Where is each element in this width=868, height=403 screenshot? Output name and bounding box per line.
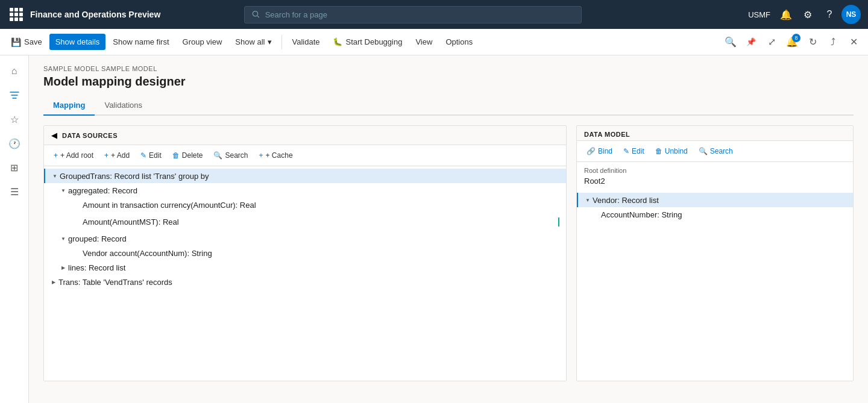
show-all-button[interactable]: Show all ▾ bbox=[229, 34, 278, 50]
trans-label: Trans: Table 'VendTrans' records bbox=[58, 278, 172, 287]
edit-button[interactable]: ✎ Edit bbox=[136, 149, 166, 162]
filter-icon bbox=[10, 90, 19, 100]
app-layout: ⌂ ☆ 🕐 ⊞ ☰ SAMPLE MODEL SAMPLE MODEL Mode… bbox=[0, 55, 868, 403]
trans-expand[interactable] bbox=[49, 277, 58, 287]
vendor-expand[interactable] bbox=[583, 195, 593, 205]
ds-collapse-icon[interactable]: ◀ bbox=[51, 131, 57, 140]
close-button[interactable]: ✕ bbox=[844, 33, 863, 52]
dm-search-button[interactable]: 🔍 Search bbox=[694, 145, 738, 158]
start-debugging-button[interactable]: 🐛 Start Debugging bbox=[327, 34, 408, 50]
grouped-expand[interactable] bbox=[58, 234, 68, 243]
dm-toolbar: 🔗 Bind ✎ Edit 🗑 Unbind 🔍 Search bbox=[577, 141, 853, 162]
sidebar: ⌂ ☆ 🕐 ⊞ ☰ bbox=[0, 55, 29, 403]
show-all-chevron: ▾ bbox=[268, 37, 272, 46]
svg-point-0 bbox=[253, 11, 258, 16]
panels-container: ◀ DATA SOURCES + + Add root + + Add ✎ Ed… bbox=[43, 125, 854, 381]
add-button[interactable]: + + Add bbox=[99, 149, 134, 162]
vendor-label: Vendor: Record list bbox=[593, 196, 659, 205]
search-button[interactable]: 🔍 Search bbox=[209, 149, 253, 162]
tree-item-aggregated[interactable]: aggregated: Record bbox=[44, 183, 566, 198]
tree-item-trans[interactable]: Trans: Table 'VendTrans' records bbox=[44, 275, 566, 289]
edit-icon: ✎ bbox=[140, 151, 146, 160]
tree-item-grouped-trans[interactable]: GroupedTrans: Record list 'Trans' group … bbox=[44, 169, 566, 183]
notifications-button[interactable]: 🔔 bbox=[776, 5, 796, 24]
aggregated-expand[interactable] bbox=[58, 186, 68, 195]
aggregated-label: aggregated: Record bbox=[68, 186, 137, 195]
delete-button[interactable]: 🗑 Delete bbox=[168, 149, 208, 162]
grouped-trans-label: GroupedTrans: Record list 'Trans' group … bbox=[60, 172, 209, 181]
cmdbar-search-icon[interactable]: 🔍 bbox=[721, 33, 740, 52]
bind-button[interactable]: 🔗 Bind bbox=[582, 145, 617, 158]
cmdbar-search[interactable]: 🔍 bbox=[721, 33, 740, 52]
unbind-icon: 🗑 bbox=[655, 147, 662, 155]
global-search-box[interactable] bbox=[244, 6, 582, 23]
user-company: USMF bbox=[744, 8, 774, 22]
ds-toolbar: + + Add root + + Add ✎ Edit 🗑 Delete bbox=[44, 145, 566, 166]
grouped-trans-expand[interactable] bbox=[50, 171, 60, 181]
main-content: SAMPLE MODEL SAMPLE MODEL Model mapping … bbox=[29, 55, 868, 403]
ds-tree: GroupedTrans: Record list 'Trans' group … bbox=[44, 166, 566, 381]
save-icon: 💾 bbox=[11, 37, 21, 47]
ds-header: ◀ DATA SOURCES bbox=[44, 126, 566, 145]
expand-button[interactable]: ⤢ bbox=[762, 33, 781, 52]
options-button[interactable]: Options bbox=[439, 34, 479, 50]
cache-button[interactable]: + + Cache bbox=[254, 149, 298, 162]
tree-item-amount-cur[interactable]: Amount in transaction currency(AmountCur… bbox=[44, 198, 566, 212]
account-number-label: AccountNumber: String bbox=[601, 210, 682, 219]
validate-button[interactable]: Validate bbox=[286, 34, 326, 50]
dm-title: DATA MODEL bbox=[584, 131, 846, 138]
sidebar-home[interactable]: ⌂ bbox=[4, 60, 25, 82]
tree-item-amount-mst[interactable]: Amount(AmountMST): Real | bbox=[44, 212, 566, 231]
add-root-button[interactable]: + + Add root bbox=[49, 149, 98, 162]
dm-edit-icon: ✎ bbox=[623, 147, 629, 155]
dm-header: DATA MODEL bbox=[577, 126, 853, 141]
unbind-button[interactable]: 🗑 Unbind bbox=[650, 145, 693, 158]
show-name-first-button[interactable]: Show name first bbox=[107, 34, 175, 50]
cache-icon: + bbox=[259, 151, 263, 160]
binding-indicator: | bbox=[556, 214, 561, 229]
top-nav: Finance and Operations Preview USMF 🔔 ⚙ … bbox=[0, 0, 868, 29]
group-view-button[interactable]: Group view bbox=[177, 34, 228, 50]
tab-mapping[interactable]: Mapping bbox=[43, 96, 95, 116]
account-number-expand bbox=[591, 210, 601, 219]
tree-item-vendor-acct[interactable]: Vendor account(AccountNum): String bbox=[44, 246, 566, 260]
bind-icon: 🔗 bbox=[587, 147, 596, 155]
root-definition-value: Root2 bbox=[584, 177, 846, 186]
debug-icon: 🐛 bbox=[333, 37, 342, 46]
sidebar-list[interactable]: ☰ bbox=[4, 181, 25, 202]
vendor-acct-label: Vendor account(AccountNum): String bbox=[83, 249, 212, 258]
settings-button[interactable]: ⚙ bbox=[798, 5, 817, 24]
sidebar-workspaces[interactable]: ⊞ bbox=[4, 157, 25, 178]
breadcrumb: SAMPLE MODEL SAMPLE MODEL bbox=[43, 65, 854, 72]
sidebar-recent[interactable]: 🕐 bbox=[4, 133, 25, 154]
data-sources-panel: ◀ DATA SOURCES + + Add root + + Add ✎ Ed… bbox=[43, 125, 567, 381]
command-bar: 💾 Save Show details Show name first Grou… bbox=[0, 29, 868, 55]
tree-item-vendor[interactable]: Vendor: Record list bbox=[577, 193, 853, 207]
user-avatar[interactable]: NS bbox=[841, 5, 861, 24]
global-search-input[interactable] bbox=[265, 10, 574, 19]
tab-validations[interactable]: Validations bbox=[95, 96, 152, 116]
delete-icon: 🗑 bbox=[172, 151, 180, 160]
show-details-button[interactable]: Show details bbox=[49, 34, 106, 50]
lines-expand[interactable] bbox=[58, 263, 68, 272]
amount-mst-label: Amount(AmountMST): Real bbox=[83, 217, 179, 226]
tree-item-grouped[interactable]: grouped: Record bbox=[44, 231, 566, 246]
amount-mst-expand bbox=[73, 217, 83, 226]
open-new-window-button[interactable]: ⤴ bbox=[823, 33, 843, 52]
tree-item-lines[interactable]: lines: Record list bbox=[44, 260, 566, 275]
cmd-divider-1 bbox=[281, 35, 282, 49]
ds-title: DATA SOURCES bbox=[62, 132, 118, 139]
sidebar-favorites[interactable]: ☆ bbox=[4, 108, 25, 130]
help-button[interactable]: ? bbox=[820, 5, 839, 24]
search-icon-ds: 🔍 bbox=[213, 151, 222, 160]
view-button[interactable]: View bbox=[409, 34, 438, 50]
dm-edit-button[interactable]: ✎ Edit bbox=[618, 145, 649, 158]
notification-count: 8 bbox=[792, 34, 800, 42]
root-definition-label: Root definition bbox=[584, 167, 846, 174]
sidebar-filter[interactable] bbox=[4, 84, 25, 106]
save-button[interactable]: 💾 Save bbox=[5, 34, 48, 51]
app-grid-button[interactable] bbox=[7, 5, 25, 23]
tree-item-account-number[interactable]: AccountNumber: String bbox=[577, 207, 853, 222]
pinned-button[interactable]: 📌 bbox=[741, 33, 761, 52]
refresh-button[interactable]: ↻ bbox=[803, 33, 822, 52]
